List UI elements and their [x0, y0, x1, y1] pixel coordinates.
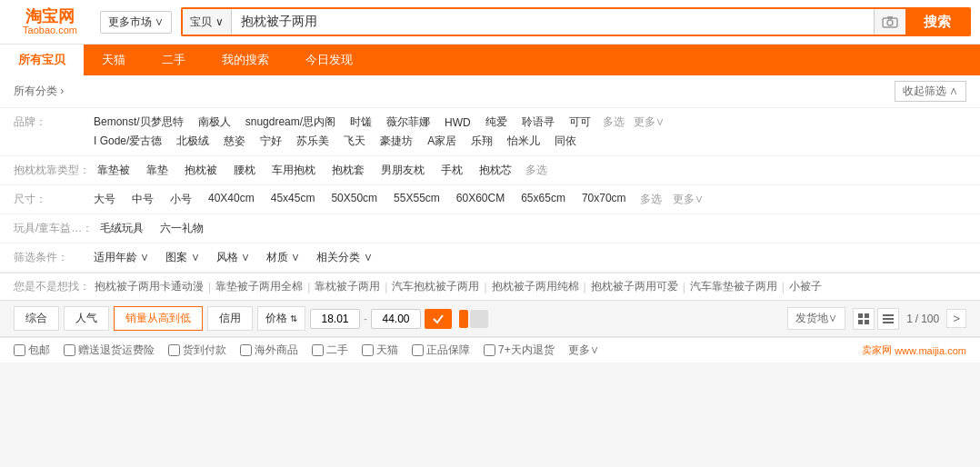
filter-7day-return[interactable]: 7+天内退货 — [484, 343, 555, 358]
sort-credit[interactable]: 信用 — [207, 306, 253, 331]
pillow-baozhenxin[interactable]: 抱枕芯 — [472, 161, 519, 180]
bottom-bar: 包邮 赠送退货运费险 货到付款 海外商品 二手 天猫 正品保障 7+天内退货 更… — [0, 337, 980, 363]
brand-beimengsi[interactable]: Bemonst/贝梦思特 — [86, 113, 191, 132]
brand-keke[interactable]: 可可 — [562, 113, 598, 132]
size-50x50[interactable]: 50X50cm — [324, 190, 385, 209]
pillow-nanpengyou[interactable]: 男朋友枕 — [374, 161, 432, 180]
price-from-input[interactable] — [310, 309, 360, 329]
cond-related[interactable]: 相关分类 ∨ — [309, 248, 379, 267]
toys-gift[interactable]: 六一礼物 — [153, 219, 211, 238]
brand-tongyi[interactable]: 同依 — [547, 132, 584, 151]
pillow-shouzhen[interactable]: 手枕 — [434, 161, 470, 180]
price-confirm-button[interactable] — [425, 309, 452, 329]
filter-return-insurance[interactable]: 赠送退货运费险 — [64, 343, 155, 358]
pillow-cheyongbaozhen[interactable]: 车用抱枕 — [265, 161, 323, 180]
pillow-baozhenpi[interactable]: 抱枕被 — [177, 161, 225, 180]
suggest-row: 您是不是想找： 抱枕被子两用卡通动漫 | 靠垫被子两用全棉 | 靠枕被子两用 |… — [0, 273, 980, 301]
pillow-multiselect[interactable]: 多选 — [521, 161, 552, 180]
collapse-filter-button[interactable]: 收起筛选 ∧ — [895, 81, 966, 102]
market-button[interactable]: 更多市场 ∨ — [100, 11, 172, 34]
size-55x55[interactable]: 55X55cm — [386, 190, 447, 209]
size-small[interactable]: 小号 — [163, 190, 199, 209]
cond-pattern[interactable]: 图案 ∨ — [158, 248, 206, 267]
search-input[interactable] — [232, 9, 874, 35]
search-button[interactable]: 搜索 — [905, 9, 969, 35]
size-more[interactable]: 更多∨ — [668, 190, 708, 209]
pillow-kaodianpei[interactable]: 靠垫被 — [90, 161, 137, 180]
search-category-selector[interactable]: 宝贝 ∨ — [183, 9, 232, 35]
toys-plush[interactable]: 毛绒玩具 — [93, 219, 151, 238]
sort-sales[interactable]: 销量从高到低 — [114, 306, 203, 331]
suggest-4[interactable]: 汽车抱枕被子两用 — [392, 279, 479, 294]
tab-tmall[interactable]: 天猫 — [84, 45, 144, 75]
more-filters-button[interactable]: 更多∨ — [568, 343, 599, 358]
brand-ninghao[interactable]: 宁好 — [253, 132, 289, 151]
size-large[interactable]: 大号 — [86, 190, 123, 209]
filter-secondhand[interactable]: 二手 — [312, 343, 348, 358]
size-45x45[interactable]: 45x45cm — [264, 190, 323, 209]
brand-sulemei[interactable]: 苏乐美 — [289, 132, 336, 151]
cond-style[interactable]: 风格 ∨ — [209, 248, 257, 267]
cond-items: 适用年龄 ∨ 图案 ∨ 风格 ∨ 材质 ∨ 相关分类 ∨ — [86, 248, 966, 267]
pillow-baozhen-tao[interactable]: 抱枕套 — [325, 161, 372, 180]
pillow-kaodian[interactable]: 靠垫 — [139, 161, 175, 180]
list-view-button[interactable] — [877, 308, 899, 330]
filter-authentic[interactable]: 正品保障 — [412, 343, 470, 358]
suggest-6[interactable]: 抱枕被子两用可爱 — [591, 279, 678, 294]
brand-nanjiren[interactable]: 南极人 — [191, 113, 238, 132]
seller-link[interactable]: 卖家网 www.maijia.com — [862, 343, 966, 357]
brand-more[interactable]: 更多∨ — [629, 113, 669, 132]
view-toggle — [853, 308, 899, 330]
brand-lexiang[interactable]: 乐翔 — [464, 132, 500, 151]
size-medium[interactable]: 中号 — [125, 190, 161, 209]
brand-cizi[interactable]: 慈姿 — [216, 132, 253, 151]
brand-haojie[interactable]: 豪捷坊 — [373, 132, 420, 151]
sort-comprehensive[interactable]: 综合 — [14, 306, 59, 331]
brand-igode[interactable]: I Gode/爱古德 — [86, 132, 169, 151]
brand-multiselect[interactable]: 多选 — [598, 113, 629, 132]
cond-material[interactable]: 材质 ∨ — [259, 248, 307, 267]
price-to-input[interactable] — [371, 309, 421, 329]
brand-chunai[interactable]: 纯爱 — [478, 113, 515, 132]
size-multiselect[interactable]: 多选 — [635, 190, 666, 209]
brand-yimier[interactable]: 怡米儿 — [500, 132, 547, 151]
brand-hwd[interactable]: HWD — [437, 114, 478, 131]
sort-popularity[interactable]: 人气 — [64, 306, 109, 331]
brand-weierfeina[interactable]: 薇尔菲娜 — [379, 113, 437, 132]
tab-my-search[interactable]: 我的搜索 — [204, 45, 287, 75]
breadcrumb-row: 所有分类 › 收起筛选 ∧ — [0, 75, 980, 108]
page-next-button[interactable]: > — [946, 309, 966, 328]
tab-discover[interactable]: 今日发现 — [287, 45, 371, 75]
pillow-yaozhen[interactable]: 腰枕 — [226, 161, 263, 180]
brand-feitian[interactable]: 飞天 — [336, 132, 373, 151]
brand-ajia[interactable]: A家居 — [420, 132, 464, 151]
location-filter[interactable]: 发货地∨ — [787, 307, 845, 330]
price-slider-track[interactable] — [470, 310, 488, 328]
brand-beijirong[interactable]: 北极绒 — [169, 132, 216, 151]
price-slider-handle[interactable] — [459, 310, 468, 328]
size-40x40[interactable]: 40X40cm — [201, 190, 262, 209]
brand-snugdream[interactable]: snugdream/思内阁 — [238, 113, 343, 132]
suggest-5[interactable]: 抱枕被子两用纯棉 — [492, 279, 579, 294]
brand-lingyuxun[interactable]: 聆语寻 — [515, 113, 562, 132]
suggest-1[interactable]: 抱枕被子两用卡通动漫 — [95, 279, 204, 294]
cond-age[interactable]: 适用年龄 ∨ — [86, 248, 156, 267]
sort-price[interactable]: 价格 ⇅ — [257, 306, 305, 331]
filter-free-shipping[interactable]: 包邮 — [14, 343, 50, 358]
camera-search-button[interactable] — [874, 9, 905, 35]
size-65x65[interactable]: 65x65cm — [514, 190, 573, 209]
filter-tmall[interactable]: 天猫 — [362, 343, 398, 358]
size-60x60[interactable]: 60X60CM — [449, 190, 512, 209]
search-bar: 宝贝 ∨ 搜索 — [181, 7, 971, 36]
filter-cod[interactable]: 货到付款 — [168, 343, 226, 358]
tab-all-items[interactable]: 所有宝贝 — [0, 45, 84, 75]
brand-shixiu[interactable]: 时馐 — [343, 113, 379, 132]
suggest-7[interactable]: 汽车靠垫被子两用 — [690, 279, 777, 294]
suggest-3[interactable]: 靠枕被子两用 — [315, 279, 380, 294]
tab-secondhand[interactable]: 二手 — [144, 45, 204, 75]
filter-overseas[interactable]: 海外商品 — [240, 343, 298, 358]
grid-view-button[interactable] — [853, 308, 875, 330]
size-70x70[interactable]: 70x70cm — [575, 190, 634, 209]
suggest-8[interactable]: 小被子 — [789, 279, 822, 294]
suggest-2[interactable]: 靠垫被子两用全棉 — [215, 279, 303, 294]
